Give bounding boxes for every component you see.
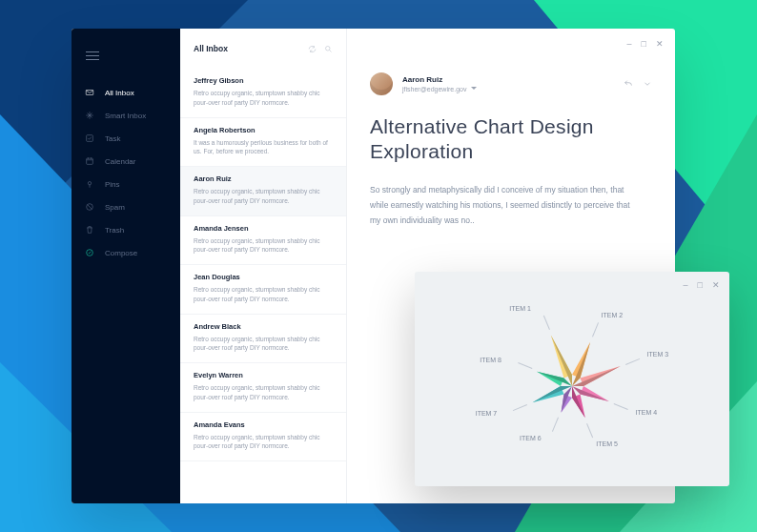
search-icon[interactable]: [324, 45, 333, 53]
chart-label: ITEM 1: [509, 305, 531, 312]
svg-rect-7: [86, 91, 93, 95]
calendar-icon: [84, 156, 95, 166]
refresh-icon[interactable]: [308, 45, 317, 53]
message-item[interactable]: Evelyn WarrenRetro occupy organic, stump…: [180, 363, 346, 413]
sidebar-item-label: All Inbox: [105, 89, 134, 97]
sidebar-item-spam[interactable]: Spam: [72, 195, 180, 218]
message-preview: Retro occupy organic, stumptown shabby c…: [194, 335, 333, 354]
message-preview: Retro occupy organic, stumptown shabby c…: [194, 89, 333, 108]
check-icon: [84, 133, 95, 143]
window-minimize-button[interactable]: –: [627, 40, 632, 49]
message-item[interactable]: Angela RobertsonIt was a humorously peri…: [180, 118, 346, 168]
chart-label: ITEM 8: [480, 357, 501, 363]
reply-icon[interactable]: [624, 79, 633, 89]
message-preview: Retro occupy organic, stumptown shabby c…: [194, 187, 333, 206]
menu-toggle-icon[interactable]: [86, 51, 99, 60]
radial-chart: [477, 305, 667, 471]
mail-body: So strongly and metaphysically did I con…: [370, 182, 637, 228]
message-item[interactable]: Andrew BlackRetro occupy organic, stumpt…: [180, 315, 346, 364]
message-preview: Retro occupy organic, stumptown shabby c…: [194, 285, 333, 304]
message-item[interactable]: Jean DouglasRetro occupy organic, stumpt…: [180, 265, 346, 315]
svg-rect-8: [87, 135, 93, 142]
avatar: [370, 72, 393, 95]
window-maximize-button[interactable]: □: [642, 40, 646, 49]
sidebar-item-pins[interactable]: Pins: [72, 173, 180, 195]
popup-minimize-button[interactable]: –: [684, 281, 688, 290]
sender-address[interactable]: jfisher@edgewire.gov: [402, 86, 477, 92]
sidebar-item-label: Calendar: [105, 157, 135, 166]
sidebar-item-label: Smart Inbox: [105, 112, 146, 120]
message-sender: Jeffrey Gibson: [194, 76, 333, 85]
chart-label: ITEM 2: [602, 312, 624, 318]
message-item[interactable]: Jeffrey GibsonRetro occupy organic, stum…: [180, 69, 346, 118]
spam-icon: [84, 202, 95, 212]
chart-label: ITEM 4: [636, 409, 658, 416]
message-item[interactable]: Amanda JensenRetro occupy organic, stump…: [180, 216, 346, 266]
message-sender: Evelyn Warren: [194, 371, 333, 379]
sidebar: All InboxSmart InboxTaskCalendarPinsSpam…: [72, 29, 180, 503]
mail-icon: [84, 88, 95, 97]
message-list-panel: All Inbox Jeffrey GibsonRetro occupy org…: [180, 29, 347, 503]
sidebar-item-smart-inbox[interactable]: Smart Inbox: [72, 104, 180, 127]
chevron-down-icon[interactable]: [643, 79, 652, 89]
message-sender: Jean Douglas: [194, 273, 333, 281]
sidebar-item-label: Compose: [105, 249, 137, 257]
window-close-button[interactable]: ✕: [656, 40, 664, 49]
chart-label: ITEM 3: [647, 351, 669, 358]
message-preview: It was a humorously perilous business fo…: [194, 138, 333, 157]
chart-window: – □ ✕ ITEM 1ITEM 2ITEM 3ITEM 4ITEM 5ITEM…: [415, 272, 729, 486]
sender-name: Aaron Ruiz: [402, 75, 477, 84]
svg-point-13: [326, 46, 331, 51]
chart-label: ITEM 6: [520, 435, 542, 441]
message-item[interactable]: Aaron RuizRetro occupy organic, stumptow…: [180, 167, 346, 216]
chart-label: ITEM 5: [596, 440, 618, 447]
window-controls: – □ ✕: [627, 40, 664, 49]
message-item[interactable]: Amanda EvansRetro occupy organic, stumpt…: [180, 413, 346, 462]
message-sender: Amanda Evans: [194, 420, 333, 429]
mail-subject: Alternative Chart Design Exploration: [370, 114, 652, 165]
sidebar-item-trash[interactable]: Trash: [72, 218, 180, 241]
sidebar-item-label: Trash: [105, 226, 124, 235]
pin-icon: [84, 179, 95, 189]
trash-icon: [84, 225, 95, 235]
sidebar-item-label: Spam: [105, 203, 125, 212]
list-header: All Inbox: [180, 29, 346, 69]
message-preview: Retro occupy organic, stumptown shabby c…: [194, 433, 333, 452]
list-title: All Inbox: [194, 44, 228, 53]
popup-close-button[interactable]: ✕: [712, 281, 720, 290]
sidebar-item-calendar[interactable]: Calendar: [72, 150, 180, 173]
chart-label: ITEM 7: [476, 410, 498, 417]
message-sender: Aaron Ruiz: [194, 174, 333, 183]
sparkle-icon: [84, 111, 95, 120]
svg-rect-9: [87, 158, 93, 164]
popup-maximize-button[interactable]: □: [698, 281, 703, 290]
sidebar-item-all-inbox[interactable]: All Inbox: [72, 81, 180, 104]
sidebar-item-label: Pins: [105, 180, 120, 189]
compose-icon: [84, 248, 95, 257]
message-sender: Angela Robertson: [194, 126, 333, 134]
sidebar-item-task[interactable]: Task: [72, 127, 180, 150]
sidebar-item-compose[interactable]: Compose: [72, 241, 180, 264]
sidebar-item-label: Task: [105, 134, 120, 143]
message-sender: Andrew Black: [194, 322, 333, 331]
message-preview: Retro occupy organic, stumptown shabby c…: [194, 383, 333, 402]
message-preview: Retro occupy organic, stumptown shabby c…: [194, 236, 333, 256]
svg-point-10: [88, 182, 91, 185]
message-sender: Amanda Jensen: [194, 224, 333, 233]
